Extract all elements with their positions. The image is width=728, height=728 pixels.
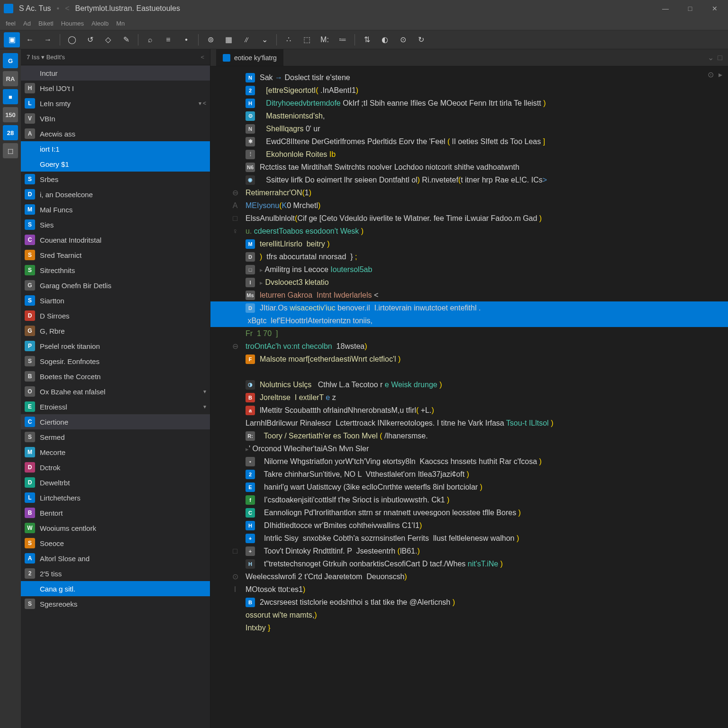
menu-houmes[interactable]: Houmes [61, 20, 84, 27]
close-button[interactable]: ✕ [705, 2, 724, 15]
menu-feel[interactable]: feel [6, 20, 16, 27]
code-line[interactable]: ⊙ Mastteniontsd'sh, [229, 109, 719, 122]
code-line[interactable]: H Ditryhoeedvbrtemdofe OkIrf ;tI Sbih ea… [229, 97, 719, 109]
toolbar-btn-19[interactable]: ◐ [377, 32, 393, 47]
code-line[interactable]: alMettitr Scoubattth ofrlaindNhnerobnats… [229, 404, 719, 417]
toolbar-btn-18[interactable]: ⇅ [359, 32, 375, 47]
code-line[interactable]: H t"tretstechsnoget Gtrkuih oonbarktisCe… [229, 557, 719, 570]
code-line[interactable]: ◉ Ssittev lirfk Do eoimert lhr seieen Do… [229, 173, 719, 186]
toolbar-btn-12[interactable]: ⫽ [238, 32, 255, 47]
sidebar-item[interactable]: PPselel roek titanion [21, 338, 210, 354]
code-line[interactable]: ⊙Weelecsslwrofi 2 t'Crtd Jearetetom Deuo… [229, 570, 719, 583]
sidebar-item[interactable]: DD Sirroes [21, 308, 210, 323]
sidebar-item[interactable]: GGarag Onefn Bir Detlis [21, 278, 210, 293]
code-line[interactable]: f I'csdtoakenjsiti'cottlslf t'he Srioct … [229, 493, 719, 506]
sidebar-item[interactable]: Di, an Doseelcone [21, 187, 210, 202]
sidebar-item[interactable]: BBoetes the Corcetn [21, 369, 210, 384]
sidebar-item[interactable]: iort I:1 [21, 141, 210, 156]
sidebar-item[interactable]: LLirtchetchers [21, 490, 210, 505]
menu-biketl[interactable]: Biketl [38, 20, 54, 27]
toolbar-btn-14[interactable]: ∴ [281, 32, 297, 47]
menu-ad[interactable]: Ad [23, 20, 31, 27]
code-line[interactable]: □ElssAnulblnlolt(Cif ge [Ceto Vdeuldo ii… [229, 212, 719, 225]
toolbar-btn-15[interactable]: ⬚ [299, 32, 315, 47]
sidebar-item[interactable]: VVBIn [21, 111, 210, 126]
minimize-button[interactable]: — [656, 2, 675, 15]
code-line[interactable]: ✱ EwdC8IItene DerGetirlfromes Pderltids … [229, 135, 719, 148]
toolbar-btn-2[interactable]: → [40, 32, 56, 47]
sidebar-item[interactable]: SSrbes [21, 172, 210, 187]
toolbar-btn-20[interactable]: ⊙ [395, 32, 411, 47]
toolbar-btn-5[interactable]: ◇ [100, 32, 116, 47]
sidebar-item[interactable]: SSitrecthnits [21, 263, 210, 278]
toolbar-btn-6[interactable]: ✎ [118, 32, 134, 47]
menu-mn[interactable]: Mn [116, 20, 125, 27]
code-line[interactable]: 2 [ettreSigeortotI( .InABentI1) [229, 84, 719, 97]
sidebar-item[interactable]: LLeIn smty▾ < [21, 96, 210, 111]
code-line[interactable]: xBgtc lef'EHoottrlAtertoirentzn toniis, [210, 314, 728, 327]
editor-tab[interactable]: eotioe ky'fiatrg [216, 49, 284, 66]
code-line[interactable]: ◑Nolutnics Uslçs Cthlw L.a Tecotoo r e W… [229, 378, 719, 391]
activity-1[interactable]: RA [3, 71, 18, 86]
code-line[interactable]: Fr 1 70 ] [229, 327, 719, 340]
sidebar-item[interactable]: Inctur [21, 65, 210, 81]
sidebar-item[interactable]: AAltorl Slose and [21, 551, 210, 566]
code-line[interactable]: NSak → Doslect tislr e'stene [229, 71, 719, 84]
sidebar-item[interactable]: DDeweltrbt [21, 475, 210, 490]
activity-5[interactable]: ⬚ [3, 143, 18, 158]
toolbar-btn-8[interactable]: ≡ [160, 32, 176, 47]
code-line[interactable]: C Eannoliogn Pd'lrorlithantlon sttrn sr … [229, 506, 719, 519]
sidebar-item[interactable]: CCouenat Intodritstal [21, 232, 210, 247]
code-line[interactable]: ⊖Retimerrahcr'ON(1) [229, 186, 719, 199]
sidebar-item[interactable]: SSies [21, 217, 210, 232]
activity-0[interactable]: G [3, 53, 18, 68]
sidebar-item[interactable]: GG, Rbre [21, 323, 210, 338]
activity-2[interactable]: ■ [3, 89, 18, 104]
code-line[interactable]: AMEIysonu(K0 Mrchetl) [229, 199, 719, 212]
settings-icon[interactable]: ▸ [719, 70, 722, 79]
sidebar-item[interactable]: OOx Bzahe eat nfalsel▾ [21, 384, 210, 399]
toolbar-btn-13[interactable]: ⌄ [256, 32, 273, 47]
code-line[interactable]: B2wcsrseest tistclorie eodshthoi s tlat … [229, 596, 719, 609]
code-line[interactable]: E hanirl'g wart Uatisttcwy (3ike eclloCn… [229, 481, 719, 493]
toolbar-btn-21[interactable]: ↻ [413, 32, 429, 47]
sidebar-header[interactable]: 7 Iss ▾ BedIt's < [21, 49, 210, 65]
code-line[interactable]: ⊖troOntAc'h vo:nt checolbn 18wstea) [229, 340, 719, 353]
toolbar-btn-11[interactable]: ▦ [220, 32, 237, 47]
code-line[interactable]: • Nilorne Whgstriatfon yorW'tch'Ving eto… [229, 455, 719, 468]
sidebar-item[interactable]: WWooiums centlork [21, 520, 210, 536]
code-line[interactable]: ♀u. cdeerstToabos esodoon't Wesk ) [229, 225, 719, 237]
toolbar-btn-9[interactable]: • [178, 32, 194, 47]
toolbar-btn-7[interactable]: ⌕ [142, 32, 158, 47]
toolbar-btn-0[interactable]: ▣ [4, 32, 20, 47]
toolbar-btn-4[interactable]: ↺ [82, 32, 98, 47]
code-line[interactable]: IMOtosok ttot:es1) [229, 583, 719, 596]
sidebar-item[interactable]: SSermed [21, 429, 210, 445]
code-line[interactable]: MterellitLlrisrlo beitry ) [229, 237, 719, 250]
menu-aleolb[interactable]: Aleolb [91, 20, 109, 27]
code-line[interactable]: 2 Takre chinharSun'titive, NO L Vtthestl… [229, 468, 719, 481]
sidebar-item[interactable]: BBentort [21, 505, 210, 520]
maximize-button[interactable]: □ [681, 2, 700, 15]
code-line[interactable]: Msleturren Gakroa Intnt Iwderlarlels < [229, 289, 719, 301]
sidebar-item[interactable]: CCiertione [21, 414, 210, 429]
code-line[interactable]: LarnhlBdrilcwur Rinalescr Lcterttroack I… [229, 417, 719, 429]
sidebar-item[interactable]: EEtroiessl▾ [21, 399, 210, 414]
code-line[interactable]: □▸ Amilitrg ins Lecoce Ioutersol5ab [229, 263, 719, 276]
code-line[interactable]: I▸ Dvslooect3 kletatio [229, 276, 719, 289]
activity-4[interactable]: 28 [3, 125, 18, 140]
code-line[interactable]: D) tfrs abocurtatal nnorsad } ; [229, 250, 719, 263]
toolbar-btn-1[interactable]: ← [22, 32, 38, 47]
sidebar-item[interactable]: Cana g sitl. [21, 581, 210, 596]
code-line[interactable]: ▸' Orconod Wleciher'taiASn Mvn Sler [229, 442, 719, 455]
sidebar-item[interactable]: SSred Tearnict [21, 247, 210, 263]
more-icon[interactable]: ⊙ [708, 70, 714, 79]
sidebar-item[interactable]: AAecwis ass [21, 126, 210, 141]
code-line[interactable]: ossorut wi'te mamts,) [229, 609, 719, 621]
sidebar-item[interactable]: SSgesreoeks [21, 596, 210, 611]
sidebar-item[interactable]: SSiartton [21, 293, 210, 308]
code-line[interactable]: DJItiar.Os wisacectiv'iuc benover.il I.i… [210, 301, 728, 314]
code-line[interactable]: FMalsote moarf[cetherdaestiWnrt cletfioc… [229, 353, 719, 365]
code-line[interactable]: Intxby } [229, 621, 719, 634]
sidebar-item[interactable]: MMecorte [21, 445, 210, 460]
